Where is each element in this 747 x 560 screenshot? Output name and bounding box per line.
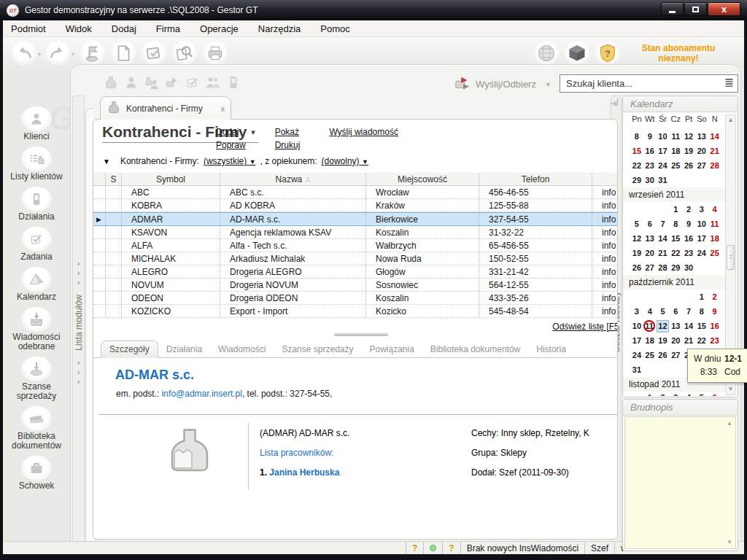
- calendar-day[interactable]: 24: [695, 247, 708, 259]
- calendar-day[interactable]: 13: [643, 233, 657, 244]
- help-shield-icon[interactable]: ?: [595, 41, 620, 66]
- calendar-day[interactable]: 21: [657, 247, 670, 259]
- calendar-day[interactable]: 15: [669, 233, 682, 244]
- sidebar-item-schowek[interactable]: Schowek: [19, 456, 55, 491]
- calendar-day[interactable]: 22: [695, 335, 708, 346]
- calendar-day[interactable]: 25: [643, 349, 657, 361]
- calendar-day[interactable]: 23: [708, 335, 721, 346]
- employees-list-link[interactable]: Lista pracowników:: [260, 448, 349, 458]
- calendar-day[interactable]: 18: [643, 335, 657, 346]
- scroll-down-icon[interactable]: ▼: [726, 384, 735, 394]
- search-input[interactable]: [566, 78, 724, 89]
- table-row-michalak[interactable]: MICHALAKArkadiusz MichalakNowa Ruda150-5…: [93, 252, 618, 265]
- calendar-day[interactable]: 21: [708, 145, 721, 157]
- send-receive-button[interactable]: Wyślij/Odbierz ▼: [454, 75, 551, 93]
- calendar-day[interactable]: 5: [657, 306, 670, 317]
- calendar-day[interactable]: 11: [708, 218, 721, 230]
- calendar-day[interactable]: 1: [643, 392, 657, 396]
- splitter-handle[interactable]: [334, 333, 388, 336]
- sidebar-item-szanse-sprzedaży[interactable]: Szanse sprzedaży: [5, 357, 68, 401]
- calendar-day[interactable]: 19: [657, 335, 670, 346]
- calendar-day[interactable]: 26: [682, 160, 695, 171]
- calendar-day[interactable]: 1: [669, 203, 682, 215]
- calendar-day[interactable]: 26: [630, 262, 643, 273]
- calendar-day[interactable]: 7: [657, 218, 670, 230]
- find-icon[interactable]: [172, 41, 197, 66]
- calendar-day-today[interactable]: 11: [643, 320, 657, 332]
- calendar-day[interactable]: 20: [695, 145, 708, 157]
- calendar-day[interactable]: 8: [630, 131, 643, 142]
- calendar-day[interactable]: 9: [682, 218, 695, 230]
- detail-tab-działania[interactable]: Działania: [158, 341, 210, 357]
- module-list-strip[interactable]: › › › Lista modułów › › ›: [72, 96, 85, 550]
- calendar-day[interactable]: 2: [682, 203, 695, 215]
- calendar-day[interactable]: 8: [669, 218, 682, 230]
- column-header-blank[interactable]: [93, 173, 106, 185]
- scroll-up-icon[interactable]: ▲: [724, 420, 735, 427]
- calendar-day[interactable]: 14: [682, 320, 695, 332]
- column-header-Symbol[interactable]: Symbol: [122, 173, 220, 185]
- person-tool-icon[interactable]: [123, 74, 140, 91]
- calendar-day[interactable]: 30: [643, 174, 657, 186]
- sidebar-item-listy-klientów[interactable]: Listy klientów: [10, 147, 62, 182]
- calendar-day[interactable]: 23: [643, 160, 657, 171]
- detail-tab-szanse-sprzedaży[interactable]: Szanse sprzedaży: [274, 341, 361, 357]
- action-link-dodaj[interactable]: Dodaj: [216, 127, 246, 137]
- calendar-day[interactable]: 29: [669, 262, 682, 273]
- insmail-status-icon[interactable]: ?: [406, 542, 423, 554]
- calendar-day[interactable]: 15: [695, 320, 708, 332]
- calendar-day[interactable]: 18: [708, 233, 721, 244]
- detail-tab-biblioteka-dokumentów[interactable]: Biblioteka dokumentów: [422, 341, 528, 357]
- calendar-day[interactable]: 15: [630, 145, 643, 157]
- tab-close-icon[interactable]: x: [221, 104, 225, 113]
- table-row-kobra[interactable]: KOBRAAD KOBRAKraków125-55-88info: [93, 199, 618, 212]
- calendar-day[interactable]: 21: [682, 335, 695, 346]
- nav-back-icon[interactable]: [12, 41, 36, 66]
- maximize-button[interactable]: [684, 2, 707, 16]
- calendar-day[interactable]: 11: [669, 131, 682, 142]
- calendar-day[interactable]: 27: [643, 262, 657, 273]
- sidebar-item-klienci[interactable]: Klienci: [21, 106, 52, 141]
- calendar-day[interactable]: 24: [630, 349, 643, 361]
- client-tool-icon[interactable]: [102, 74, 120, 91]
- calendar-day[interactable]: 12: [682, 131, 695, 142]
- table-row-ksavon[interactable]: KSAVONAgencja reklamowa KSAVKoszalin31-3…: [93, 226, 618, 239]
- calendar-day[interactable]: 3: [630, 306, 643, 317]
- calendar-day[interactable]: 16: [643, 145, 657, 157]
- phone-tool-icon[interactable]: [225, 74, 242, 91]
- connection-status-icon[interactable]: [423, 542, 442, 554]
- action-link-pokaż[interactable]: Pokaż: [275, 127, 301, 137]
- table-row-novum[interactable]: NOVUMDrogeria NOVUMSosnowiec564-12-55inf…: [93, 279, 618, 292]
- print-icon[interactable]: [203, 41, 228, 66]
- scroll-down-icon[interactable]: ▼: [724, 539, 735, 545]
- menu-podmiot[interactable]: Podmiot: [11, 23, 46, 34]
- edit-icon[interactable]: [142, 41, 166, 66]
- cube-icon[interactable]: [565, 41, 589, 66]
- calendar-day[interactable]: 10: [657, 131, 670, 142]
- calendar-day[interactable]: 17: [695, 233, 708, 244]
- calendar-day[interactable]: 10: [630, 320, 643, 332]
- sidebar-item-biblioteka-dokumentów[interactable]: Biblioteka dokumentów: [5, 406, 68, 451]
- task-check-tool-icon[interactable]: [184, 74, 201, 91]
- calendar-day[interactable]: 13: [695, 131, 708, 142]
- calendar-day[interactable]: 14: [657, 233, 670, 244]
- close-button[interactable]: x: [708, 2, 740, 16]
- menu-narzędzia[interactable]: Narzędzia: [258, 23, 301, 34]
- calendar-day[interactable]: 24: [657, 160, 670, 171]
- pin-icon[interactable]: [610, 98, 620, 111]
- calendar-day[interactable]: 6: [669, 306, 682, 317]
- calendar-day[interactable]: 9: [708, 306, 721, 317]
- calendar-day[interactable]: 22: [630, 160, 643, 171]
- calendar-day[interactable]: 19: [630, 247, 643, 259]
- globe-icon[interactable]: [534, 41, 559, 66]
- search-list-icon[interactable]: [724, 77, 735, 90]
- detail-tab-wiadomości[interactable]: Wiadomości: [210, 341, 274, 357]
- column-header-Nazwa[interactable]: Nazwa△: [220, 173, 366, 185]
- scrollbar-thumb[interactable]: [727, 245, 735, 270]
- calendar-day[interactable]: 6: [643, 218, 657, 230]
- detail-tab-historia[interactable]: Historia: [528, 341, 574, 357]
- filter-collapse-icon[interactable]: ▼: [103, 158, 110, 166]
- detail-email-link[interactable]: info@admar.insert.pl: [162, 389, 242, 399]
- calendar-day[interactable]: 17: [630, 335, 643, 346]
- employee-link[interactable]: Janina Herbuska: [269, 467, 339, 478]
